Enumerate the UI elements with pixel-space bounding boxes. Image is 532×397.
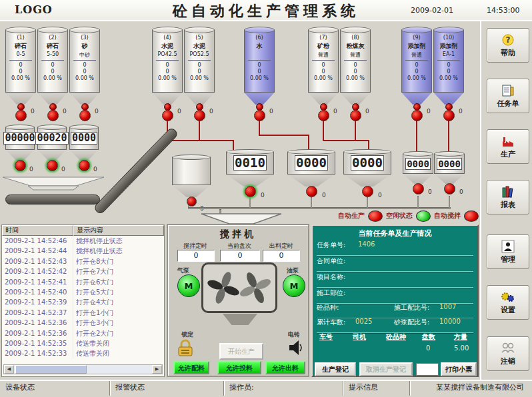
event-log-table: 时间 显示内容 2009-2-1 14:52:46搅拌机停止状态 2009-2-…	[1, 224, 165, 377]
logout-button[interactable]: 注销	[487, 336, 529, 371]
task-sheet-button[interactable]: 任务单	[487, 79, 529, 113]
silo-valve[interactable]	[318, 110, 329, 121]
additive-scale-2: 0000 0	[434, 151, 465, 195]
bell-speaker-icon[interactable]	[288, 339, 304, 356]
aggregate-scale-2: 00020 0	[37, 125, 67, 171]
log-row[interactable]: 2009-2-1 14:52:33传送带关闭	[2, 348, 164, 358]
scale-valve[interactable]	[306, 186, 317, 197]
log-row[interactable]: 2009-2-1 14:52:36打开仓2大门	[2, 328, 164, 338]
allow-feeding-button[interactable]: 允许投料	[217, 361, 261, 374]
report-icon	[501, 185, 515, 198]
log-row[interactable]: 2009-2-1 14:52:40打开仓5大门	[2, 287, 164, 297]
scale-valve[interactable]	[362, 186, 373, 197]
date-display: 2009-02-01	[411, 6, 453, 15]
weight-display: 00000	[3, 132, 36, 145]
cancel-register-button[interactable]: 取消生产登记	[359, 362, 413, 376]
silo-valve[interactable]	[254, 110, 265, 121]
manage-button[interactable]: 管理	[487, 234, 529, 269]
oil-pump-indicator[interactable]: M	[283, 274, 305, 297]
mixer-blades-icon	[203, 264, 275, 311]
silo-valve[interactable]	[79, 110, 91, 121]
weight-display: 00020	[35, 132, 68, 145]
log-header: 时间 显示内容	[2, 225, 164, 236]
log-row[interactable]: 2009-2-1 14:52:37打开仓1小门	[2, 308, 164, 318]
status-indicators: 自动生产 空闲状态 自动搅拌	[311, 210, 479, 222]
production-icon	[501, 135, 515, 148]
silo-crushed-stone-1: (1)碎石0-5000.00 % 0	[5, 27, 36, 121]
task-panel-title: 当前任务单及生产情况	[313, 228, 477, 238]
operator-cell: 操作员:	[224, 381, 343, 396]
scrollbar-thumb[interactable]	[15, 365, 87, 374]
auto-production-led[interactable]	[368, 210, 383, 222]
device-status-cell: 设备状态	[0, 381, 110, 396]
silo-cement-1: (4)水泥PO42.5000.00 % 0	[152, 27, 183, 121]
log-row[interactable]: 2009-2-1 14:52:36打开仓3小门	[2, 318, 164, 328]
time-display: 14:53:00	[487, 6, 519, 15]
silo-valve[interactable]	[15, 110, 27, 121]
log-col-time[interactable]: 时间	[2, 225, 73, 236]
scale-valve[interactable]	[47, 160, 58, 171]
hopper-valve[interactable]	[187, 197, 197, 206]
scale-valve[interactable]	[413, 183, 424, 195]
mix-timer-field[interactable]: 0	[177, 250, 215, 262]
discharge-timer-field[interactable]: 0	[263, 250, 300, 262]
scale-valve[interactable]	[245, 186, 256, 197]
powder-scale: 0000 0	[343, 149, 391, 197]
report-button[interactable]: 报表	[487, 180, 529, 214]
help-icon: ?	[501, 33, 515, 47]
start-production-button[interactable]: 开始生产	[219, 343, 263, 360]
silo-crushed-stone-2: (2)碎石5-50000.00 % 0	[37, 27, 68, 121]
scale-valve[interactable]	[444, 183, 455, 195]
scroll-left-arrow-icon[interactable]: ◀	[4, 365, 14, 374]
scale-valve[interactable]	[79, 160, 90, 171]
silo-valve[interactable]	[443, 110, 455, 121]
silo-valve[interactable]	[194, 110, 205, 121]
production-button[interactable]: 生产	[487, 129, 529, 164]
help-button[interactable]: ? 帮助	[487, 28, 529, 63]
log-row[interactable]: 2009-2-1 14:52:43打开仓8大门	[2, 256, 164, 266]
pipe	[249, 197, 251, 208]
mortar-ratio-value: 10000	[439, 318, 461, 325]
log-row[interactable]: 2009-2-1 14:52:42打开仓7大门	[2, 266, 164, 276]
weighing-pan	[1, 176, 105, 192]
weight-display: 0000	[405, 158, 431, 170]
silo-fly-ash: (8)粉煤灰普通000.00 % 0	[340, 27, 371, 121]
additive-scale-1: 0000 0	[403, 151, 433, 195]
allow-discharge-button[interactable]: 允许出料	[265, 361, 305, 374]
transfer-hopper: 0	[172, 155, 211, 206]
log-horizontal-scrollbar[interactable]: ◀ ▶	[3, 364, 163, 374]
sidebar: ? 帮助 任务单 生产 报表 管理 设置 注销	[480, 21, 532, 380]
logout-icon	[501, 342, 515, 355]
weight-display: 0000	[351, 155, 384, 171]
silo-valve[interactable]	[162, 110, 173, 121]
scale-valve[interactable]	[15, 160, 26, 171]
scada-screen: LOGO 砼自动化生产管理系统 2009-02-01 14:53:00 (1)碎…	[0, 0, 532, 397]
production-register-button[interactable]: 生产登记	[315, 362, 356, 376]
idle-status-led[interactable]	[416, 210, 431, 222]
settings-icon	[501, 290, 515, 304]
work-ratio-value: 1007	[439, 303, 456, 310]
weight-display: 0000	[295, 155, 328, 171]
settings-button[interactable]: 设置	[487, 285, 529, 320]
log-row[interactable]: 2009-2-1 14:52:41打开仓6大门	[2, 277, 164, 287]
weight-display: 0000	[437, 158, 462, 170]
current-batch-field[interactable]: 0	[220, 250, 260, 262]
print-ticket-button[interactable]: 打印小票	[441, 362, 477, 376]
task-panel: 当前任务单及生产情况 任务单号:1406 合同单位: 项目名称: 施工部位: 砼…	[311, 224, 479, 377]
auto-mixing-led[interactable]	[464, 210, 479, 222]
log-row[interactable]: 2009-2-1 14:52:35传送带关闭	[2, 338, 164, 348]
allow-batching-button[interactable]: 允许配料	[173, 361, 209, 374]
scroll-right-arrow-icon[interactable]: ▶	[152, 365, 162, 374]
air-pump-indicator[interactable]: M	[177, 274, 200, 297]
tasksheet-icon	[501, 84, 515, 97]
log-row[interactable]: 2009-2-1 14:52:44搅拌机停止状态	[2, 246, 164, 256]
task-blank-field[interactable]	[416, 363, 439, 376]
silo-valve[interactable]	[411, 110, 423, 121]
log-row[interactable]: 2009-2-1 14:52:39打开仓4大门	[2, 297, 164, 307]
silo-valve[interactable]	[47, 110, 59, 121]
lock-icon[interactable]	[176, 338, 195, 357]
log-col-content[interactable]: 显示内容	[73, 225, 164, 236]
silo-valve[interactable]	[350, 110, 361, 121]
silo-top	[5, 27, 36, 33]
log-row[interactable]: 2009-2-1 14:52:46搅拌机停止状态	[2, 236, 164, 246]
